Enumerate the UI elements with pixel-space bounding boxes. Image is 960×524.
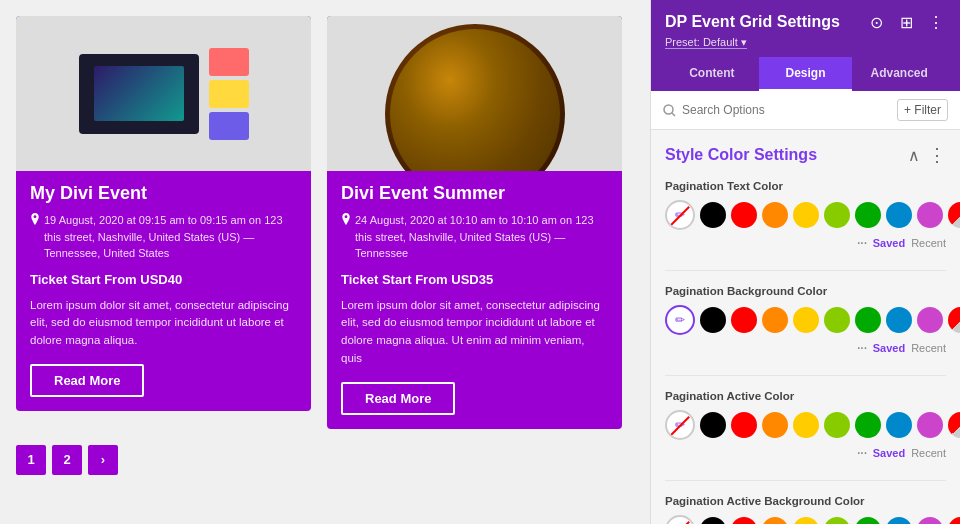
color-blue-1[interactable]	[886, 202, 912, 228]
color-lime-1[interactable]	[824, 202, 850, 228]
dots-3[interactable]: ···	[856, 444, 866, 462]
divider-2	[665, 375, 946, 376]
header-icons: ⊙ ⊞ ⋮	[866, 12, 946, 32]
color-group-pagination-bg: Pagination Background Color ✏ ··· Saved …	[665, 285, 946, 357]
color-preview-3[interactable]: ✏	[665, 410, 695, 440]
divider-1	[665, 270, 946, 271]
chevron-up-icon[interactable]: ∧	[908, 146, 920, 165]
dots-2[interactable]: ···	[856, 339, 866, 357]
saved-label-2[interactable]: Saved	[873, 342, 905, 354]
page-btn-2[interactable]: 2	[52, 445, 82, 475]
color-red-2[interactable]	[731, 307, 757, 333]
section-actions: ∧ ⋮	[908, 144, 946, 166]
color-row-3: ✏	[665, 410, 946, 440]
card-image-1	[16, 16, 311, 171]
color-red-1[interactable]	[731, 202, 757, 228]
color-lime-4[interactable]	[824, 517, 850, 524]
color-black-4[interactable]	[700, 517, 726, 524]
saved-recent-3: ··· Saved Recent	[665, 444, 946, 462]
more-vert-icon[interactable]: ⋮	[926, 12, 946, 32]
color-yellow-2[interactable]	[793, 307, 819, 333]
right-panel: DP Event Grid Settings ⊙ ⊞ ⋮ Preset: Def…	[650, 0, 960, 524]
color-red-3[interactable]	[731, 412, 757, 438]
color-purple-3[interactable]	[917, 412, 943, 438]
color-purple-2[interactable]	[917, 307, 943, 333]
card-title-2: Divi Event Summer	[341, 183, 608, 204]
color-yellow-4[interactable]	[793, 517, 819, 524]
tab-advanced[interactable]: Advanced	[852, 57, 946, 91]
color-half-red-4[interactable]	[948, 517, 960, 524]
cards-row: My Divi Event 19 August, 2020 at 09:15 a…	[16, 16, 634, 429]
color-preview-2[interactable]: ✏	[665, 305, 695, 335]
color-orange-1[interactable]	[762, 202, 788, 228]
color-green-3[interactable]	[855, 412, 881, 438]
color-blue-2[interactable]	[886, 307, 912, 333]
color-orange-4[interactable]	[762, 517, 788, 524]
color-preview-4[interactable]: ✏	[665, 515, 695, 524]
tab-design[interactable]: Design	[759, 57, 853, 91]
saved-label-1[interactable]: Saved	[873, 237, 905, 249]
color-yellow-1[interactable]	[793, 202, 819, 228]
color-green-1[interactable]	[855, 202, 881, 228]
section-title: Style Color Settings	[665, 146, 817, 164]
color-black-1[interactable]	[700, 202, 726, 228]
mock-cards	[209, 48, 249, 140]
dots-1[interactable]: ···	[856, 234, 866, 252]
svg-point-0	[664, 105, 673, 114]
settings-panel-title: DP Event Grid Settings	[665, 13, 840, 31]
color-purple-4[interactable]	[917, 517, 943, 524]
recent-label-2[interactable]: Recent	[911, 342, 946, 354]
page-btn-next[interactable]: ›	[88, 445, 118, 475]
card-ticket-1: Ticket Start From USD40	[30, 272, 297, 287]
dropper-icon-2: ✏	[675, 313, 685, 327]
color-half-red-1[interactable]	[948, 202, 960, 228]
color-half-red-2[interactable]	[948, 307, 960, 333]
search-input[interactable]	[682, 103, 891, 117]
mock-card-red	[209, 48, 249, 76]
color-purple-1[interactable]	[917, 202, 943, 228]
card-meta-2: 24 August, 2020 at 10:10 am to 10:10 am …	[341, 212, 608, 262]
dropper-icon-3: ✏	[675, 418, 685, 432]
saved-label-3[interactable]: Saved	[873, 447, 905, 459]
color-orange-3[interactable]	[762, 412, 788, 438]
color-blue-3[interactable]	[886, 412, 912, 438]
recent-label-1[interactable]: Recent	[911, 237, 946, 249]
color-black-3[interactable]	[700, 412, 726, 438]
color-orange-2[interactable]	[762, 307, 788, 333]
tabs-row: Content Design Advanced	[665, 57, 946, 91]
color-green-2[interactable]	[855, 307, 881, 333]
recent-label-3[interactable]: Recent	[911, 447, 946, 459]
card-body-2: Divi Event Summer 24 August, 2020 at 10:…	[327, 171, 622, 429]
color-lime-2[interactable]	[824, 307, 850, 333]
tab-content[interactable]: Content	[665, 57, 759, 91]
card-body-1: My Divi Event 19 August, 2020 at 09:15 a…	[16, 171, 311, 411]
color-red-4[interactable]	[731, 517, 757, 524]
color-lime-3[interactable]	[824, 412, 850, 438]
color-label-1: Pagination Text Color	[665, 180, 946, 192]
read-more-btn-1[interactable]: Read More	[30, 364, 144, 397]
read-more-btn-2[interactable]: Read More	[341, 382, 455, 415]
preset-row[interactable]: Preset: Default ▾	[665, 36, 946, 49]
section-more-icon[interactable]: ⋮	[928, 144, 946, 166]
color-black-2[interactable]	[700, 307, 726, 333]
page-btn-1[interactable]: 1	[16, 445, 46, 475]
circle-icon[interactable]: ⊙	[866, 12, 886, 32]
svg-line-1	[672, 113, 675, 116]
color-label-2: Pagination Background Color	[665, 285, 946, 297]
color-preview-1[interactable]: ✏	[665, 200, 695, 230]
grid-icon[interactable]: ⊞	[896, 12, 916, 32]
color-half-red-3[interactable]	[948, 412, 960, 438]
search-row: + Filter	[651, 91, 960, 130]
spice-bowl	[385, 24, 565, 172]
color-row-4: ✏	[665, 515, 946, 524]
filter-button[interactable]: + Filter	[897, 99, 948, 121]
color-row-2: ✏	[665, 305, 946, 335]
color-yellow-3[interactable]	[793, 412, 819, 438]
pagination-row: 1 2 ›	[16, 445, 634, 475]
mock-card-purple	[209, 112, 249, 140]
color-blue-4[interactable]	[886, 517, 912, 524]
saved-recent-1: ··· Saved Recent	[665, 234, 946, 252]
color-green-4[interactable]	[855, 517, 881, 524]
settings-body: Style Color Settings ∧ ⋮ Pagination Text…	[651, 130, 960, 524]
event-card-1: My Divi Event 19 August, 2020 at 09:15 a…	[16, 16, 311, 411]
